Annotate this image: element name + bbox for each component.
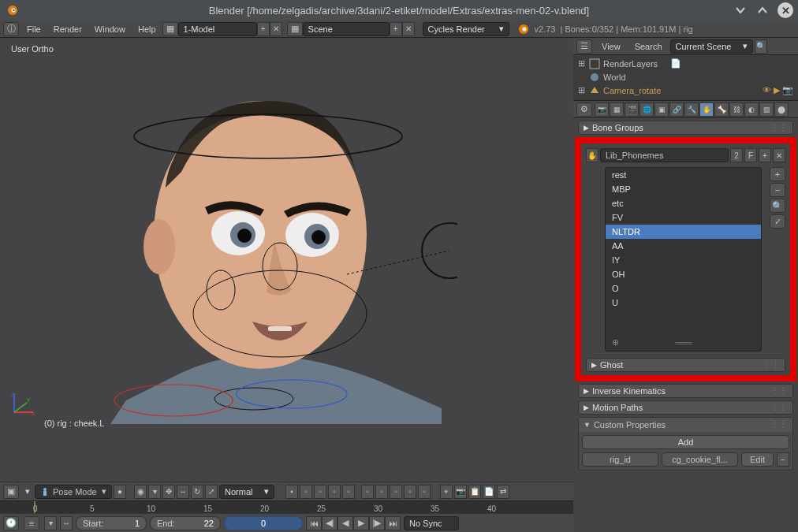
shading-solid-icon[interactable]: ● — [114, 485, 126, 499]
layer-btn-3[interactable]: ▫ — [314, 485, 326, 499]
scene-dropdown[interactable]: Scene — [303, 22, 390, 36]
render-preview-icon[interactable]: 📷 — [454, 485, 467, 499]
pose-item[interactable]: OH — [606, 267, 761, 281]
pose-item[interactable]: MBP — [606, 182, 761, 196]
tab-object-icon[interactable]: ▣ — [654, 102, 669, 117]
manip-scale-icon[interactable]: ⤢ — [205, 485, 218, 499]
tab-physics-icon[interactable]: ⬤ — [774, 102, 789, 117]
render-engine-dropdown[interactable]: Cycles Render▾ — [423, 22, 509, 36]
layer-btn-2[interactable]: ▫ — [300, 485, 312, 499]
list-add-icon[interactable]: ⊕ — [612, 337, 619, 348]
list-resize-grip[interactable]: ═══ — [675, 338, 691, 348]
pivot-dd-icon[interactable]: ▾ — [148, 485, 161, 499]
manipulator-icon[interactable]: ✥ — [162, 485, 175, 499]
action-browse-icon[interactable]: ✋ — [586, 148, 598, 162]
custom-header[interactable]: ▼Custom Properties⋮⋮ — [579, 418, 792, 432]
collapse-icon[interactable]: ▾ — [25, 486, 30, 497]
custom-del-button[interactable]: − — [777, 452, 789, 467]
poselib-users[interactable]: 2 — [730, 148, 743, 162]
tab-scene-icon[interactable]: 🎬 — [625, 102, 639, 117]
layout-del-button[interactable]: ✕ — [270, 22, 282, 36]
manip-rotate-icon[interactable]: ↻ — [191, 485, 203, 499]
tab-layers-icon[interactable]: ▦ — [610, 102, 624, 117]
range-icon[interactable]: ↔ — [60, 516, 73, 530]
poselib-fake-user[interactable]: F — [744, 148, 757, 162]
pose-item[interactable]: U — [606, 296, 761, 310]
pivot-icon[interactable]: ◉ — [134, 485, 147, 499]
pose-apply-button[interactable]: 🔍 — [770, 199, 785, 213]
pose-add-button[interactable]: + — [770, 167, 785, 181]
mode-dropdown[interactable]: Pose Mode ▾ — [35, 485, 112, 499]
layer-btn-8[interactable]: ▫ — [390, 485, 402, 499]
outliner-search[interactable]: Search — [628, 42, 669, 51]
tree-row[interactable]: World — [578, 70, 793, 84]
layer-btn-9[interactable]: ▫ — [404, 485, 416, 499]
start-frame-field[interactable]: Start: 1 — [76, 516, 147, 530]
layout-dropdown[interactable]: 1-Model — [178, 22, 257, 36]
custom-edit-button[interactable]: Edit — [741, 452, 774, 467]
snap-icon[interactable]: ⌖ — [440, 485, 453, 499]
tree-row[interactable]: ⊞RenderLayers📄 — [578, 57, 793, 70]
layer-btn-7[interactable]: ▫ — [375, 485, 388, 499]
jump-end-button[interactable]: ⏭ — [385, 516, 401, 530]
end-frame-field[interactable]: End: 22 — [150, 516, 221, 530]
poselib-add-button[interactable]: + — [759, 148, 771, 162]
layout-add-button[interactable]: + — [257, 22, 270, 36]
manip-translate-icon[interactable]: ↔ — [177, 485, 189, 499]
maximize-button[interactable] — [755, 3, 770, 17]
custom-key-field[interactable]: rig_id — [582, 452, 658, 467]
keyframe-prev-button[interactable]: ◀| — [322, 516, 337, 530]
layout-browse-icon[interactable]: ▦ — [162, 22, 178, 36]
view3d-area[interactable]: User Ortho — [0, 38, 573, 482]
timeline-editor-icon[interactable]: 🕐 — [3, 516, 19, 530]
pose-item[interactable]: etc — [606, 196, 761, 210]
menu-render[interactable]: Render — [47, 24, 88, 34]
outliner-filter-dropdown[interactable]: Current Scene▾ — [670, 39, 753, 54]
poselib-list[interactable]: rest MBP etc FV NLTDR AA IY OH O U ⊕ ═══ — [605, 167, 762, 352]
panel-ik[interactable]: ▶Inverse Kinematics⋮⋮ — [578, 384, 793, 398]
pose-item[interactable]: IY — [606, 253, 761, 267]
pose-item-selected[interactable]: NLTDR — [606, 225, 761, 239]
tab-constraints-icon[interactable]: 🔗 — [669, 102, 684, 117]
view3d-editor-icon[interactable]: ▣ — [3, 485, 19, 499]
minimize-button[interactable] — [733, 3, 748, 17]
paste-pose-icon[interactable]: 📄 — [483, 485, 495, 499]
panel-motion-paths[interactable]: ▶Motion Paths⋮⋮ — [578, 400, 793, 415]
poselib-unlink-button[interactable]: ✕ — [773, 148, 785, 162]
pose-item[interactable]: O — [606, 281, 761, 296]
scene-del-button[interactable]: ✕ — [402, 22, 415, 36]
outliner-search-icon[interactable]: 🔍 — [755, 39, 767, 54]
custom-add-button[interactable]: Add — [582, 435, 789, 449]
tree-row[interactable]: ⊞Camera_rotate👁 ▶ 📷 — [578, 84, 793, 97]
jump-start-button[interactable]: ⏮ — [306, 516, 322, 530]
pose-item[interactable]: FV — [606, 210, 761, 225]
panel-ghost[interactable]: ▶Ghost⋮⋮ — [586, 358, 785, 372]
paste-flip-icon[interactable]: ⇄ — [497, 485, 509, 499]
player-icon[interactable]: ▾ — [44, 516, 57, 530]
pose-remove-button[interactable]: − — [770, 183, 785, 197]
play-reverse-button[interactable]: ◀ — [337, 516, 353, 530]
timeline-ruler[interactable]: 0 5 10 15 20 25 30 35 40 — [0, 500, 573, 513]
tab-bone-icon[interactable]: 🦴 — [714, 102, 729, 117]
custom-val-field[interactable]: cg_cookie_fl... — [662, 452, 738, 467]
tab-modifiers-icon[interactable]: 🔧 — [684, 102, 699, 117]
tab-render-icon[interactable]: 📷 — [595, 102, 609, 117]
panel-bone-groups[interactable]: ▶Bone Groups⋮⋮ — [578, 121, 793, 135]
layer-btn-6[interactable]: ▫ — [361, 485, 374, 499]
keyframe-next-button[interactable]: |▶ — [369, 516, 385, 530]
outliner-view[interactable]: View — [595, 42, 627, 51]
poselib-name-field[interactable]: Lib_Phonemes — [600, 148, 729, 162]
timeline-menu-icon[interactable]: ≡ — [24, 516, 39, 530]
orientation-dropdown[interactable]: Normal▾ — [219, 485, 274, 499]
outliner-editor-icon[interactable]: ☰ — [576, 39, 592, 54]
pose-item[interactable]: rest — [606, 168, 761, 182]
layer-btn-4[interactable]: ▫ — [328, 485, 341, 499]
copy-pose-icon[interactable]: 📋 — [468, 485, 481, 499]
tab-boneconstraint-icon[interactable]: ⛓ — [729, 102, 744, 117]
outliner-tree[interactable]: ⊞RenderLayers📄 World ⊞Camera_rotate👁 ▶ 📷 — [573, 55, 798, 99]
tab-material-icon[interactable]: ◐ — [744, 102, 759, 117]
menu-file[interactable]: File — [21, 24, 47, 34]
tab-armature-icon[interactable]: ✋ — [699, 102, 714, 117]
layer-btn-1[interactable]: ▪ — [285, 485, 298, 499]
layer-btn-10[interactable]: ▫ — [418, 485, 431, 499]
